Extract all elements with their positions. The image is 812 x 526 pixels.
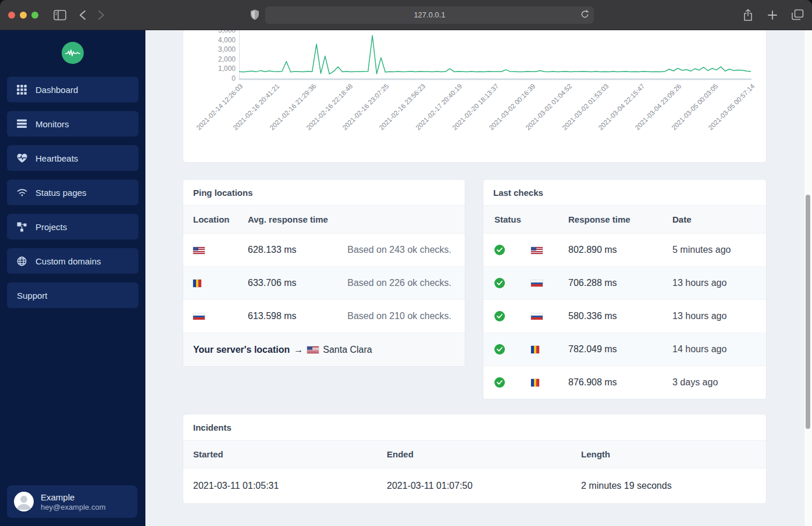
column-header: Ended	[387, 449, 581, 459]
y-axis-tick-label: 5,000	[189, 30, 236, 35]
server-location-footer: Your server's location → Santa Clara	[183, 333, 465, 366]
ro-flag-icon	[531, 379, 539, 387]
user-card[interactable]: Example hey@example.com	[7, 485, 137, 518]
table-row: 876.908 ms 3 days ago	[483, 366, 766, 399]
table-row: 706.288 ms 13 hours ago	[483, 267, 766, 300]
share-icon[interactable]	[743, 9, 753, 22]
table-row: 633.706 ms Based on 226 ok checks.	[183, 267, 465, 300]
close-window-button[interactable]	[8, 12, 15, 19]
sidebar: Dashboard Monitors Heartbeats	[0, 30, 145, 526]
x-axis: 2021-02-14 12:26:032021-02-16 20:41:2120…	[239, 83, 751, 163]
status-ok-icon	[494, 311, 505, 321]
column-header: Date	[672, 214, 766, 224]
ro-flag-icon	[531, 346, 539, 353]
y-axis-tick-label: 1,000	[189, 64, 236, 73]
us-flag-icon	[531, 247, 543, 254]
check-date: 3 days ago	[672, 377, 766, 388]
app-logo[interactable]	[62, 42, 84, 64]
x-axis-tick-label: 2021-03-02 01:53:03	[535, 83, 610, 158]
checks-note: Based on 210 ok checks.	[336, 311, 465, 321]
sidebar-toggle-icon[interactable]	[54, 10, 66, 20]
globe-icon	[17, 256, 27, 266]
check-date: 14 hours ago	[672, 344, 766, 355]
tabs-overview-icon[interactable]	[792, 9, 804, 20]
column-header: Length	[581, 449, 766, 459]
column-header: Avg. response time	[248, 214, 336, 224]
back-icon[interactable]	[79, 10, 86, 20]
response-time: 782.049 ms	[568, 344, 672, 355]
sidebar-item-label: Monitors	[35, 119, 69, 129]
user-name: Example	[41, 492, 105, 503]
last-checks-card: Last checks Status Response time Date 80…	[483, 179, 767, 400]
table-header: Started Ended Length	[183, 441, 766, 468]
card-title: Incidents	[183, 414, 766, 441]
x-axis-tick-label: 2021-02-16 21:29:36	[243, 83, 318, 158]
x-axis-tick-label: 2021-02-20 18:13:37	[425, 83, 500, 158]
forward-icon[interactable]	[98, 10, 105, 20]
sidebar-item-label: Heartbeats	[35, 153, 78, 163]
check-date: 13 hours ago	[672, 311, 766, 321]
url-text: 127.0.0.1	[414, 10, 445, 19]
check-date: 5 minutes ago	[672, 245, 766, 255]
sidebar-item-custom-domains[interactable]: Custom domains	[7, 248, 138, 274]
avg-response-time: 633.706 ms	[248, 278, 336, 288]
ru-flag-icon	[531, 313, 543, 320]
table-row: 580.336 ms 13 hours ago	[483, 300, 766, 333]
incident-length: 2 minutes 19 seconds	[581, 481, 766, 491]
status-ok-icon	[494, 377, 505, 388]
sitemap-icon	[17, 221, 27, 232]
sidebar-item-projects[interactable]: Projects	[7, 214, 138, 239]
sidebar-item-dashboard[interactable]: Dashboard	[7, 77, 138, 102]
reload-icon[interactable]	[580, 9, 589, 19]
column-header: Response time	[568, 214, 672, 224]
table-row: 613.598 ms Based on 210 ok checks.	[183, 300, 465, 333]
sidebar-item-label: Dashboard	[35, 85, 78, 95]
traffic-lights	[8, 12, 38, 19]
y-axis-tick-label: 4,000	[189, 35, 236, 45]
sidebar-item-label: Custom domains	[35, 256, 101, 266]
column-header: Started	[193, 449, 387, 459]
x-axis-tick-label: 2021-02-16 23:56:23	[352, 83, 427, 158]
status-ok-icon	[494, 278, 505, 288]
grid-icon	[17, 84, 27, 95]
x-axis-tick-label: 2021-02-17 20:40:19	[389, 83, 464, 158]
column-header: Status	[494, 214, 531, 224]
table-row: 782.049 ms 14 hours ago	[483, 333, 766, 366]
y-axis-tick-label: 0	[189, 74, 236, 83]
ru-flag-icon	[193, 313, 205, 320]
incident-started: 2021-03-11 01:05:31	[193, 481, 387, 491]
incident-ended: 2021-03-11 01:07:50	[387, 481, 581, 491]
card-title: Last checks	[483, 180, 766, 206]
scrollbar-track[interactable]	[804, 30, 812, 526]
checks-note: Based on 243 ok checks.	[336, 245, 465, 255]
sidebar-item-support[interactable]: Support	[7, 282, 138, 308]
avg-response-time: 613.598 ms	[248, 311, 336, 321]
minimize-window-button[interactable]	[20, 12, 27, 19]
privacy-shield-icon[interactable]	[250, 9, 259, 20]
table-row: 802.890 ms 5 minutes ago	[483, 234, 766, 267]
scrollbar-thumb[interactable]	[806, 195, 810, 429]
x-axis-tick-label: 2021-03-05 00:57:14	[681, 83, 756, 158]
ping-locations-card: Ping locations Location Avg. response ti…	[183, 179, 465, 367]
ro-flag-icon	[193, 280, 201, 287]
avatar	[14, 492, 34, 511]
sidebar-item-status-pages[interactable]: Status pages	[7, 180, 138, 205]
x-axis-tick-label: 2021-03-04 22:15:47	[571, 83, 646, 158]
zoom-window-button[interactable]	[31, 12, 38, 19]
ru-flag-icon	[531, 280, 543, 287]
check-date: 13 hours ago	[672, 278, 766, 288]
x-axis-tick-label: 2021-03-04 23:09:26	[608, 83, 683, 158]
response-time: 580.336 ms	[568, 311, 672, 321]
new-tab-icon[interactable]	[767, 10, 778, 20]
column-header: Location	[193, 214, 248, 224]
incidents-card: Incidents Started Ended Length 2021-03-1…	[183, 414, 767, 504]
sidebar-item-label: Projects	[35, 222, 67, 232]
address-bar[interactable]: 127.0.0.1	[265, 6, 594, 24]
sidebar-item-label: Support	[17, 291, 48, 300]
server-city: Santa Clara	[323, 345, 372, 355]
sidebar-item-monitors[interactable]: Monitors	[7, 111, 138, 137]
response-time: 706.288 ms	[568, 278, 672, 288]
browser-window: 127.0.0.1	[0, 0, 812, 526]
sidebar-item-heartbeats[interactable]: Heartbeats	[7, 145, 138, 171]
browser-chrome: 127.0.0.1	[0, 0, 812, 30]
